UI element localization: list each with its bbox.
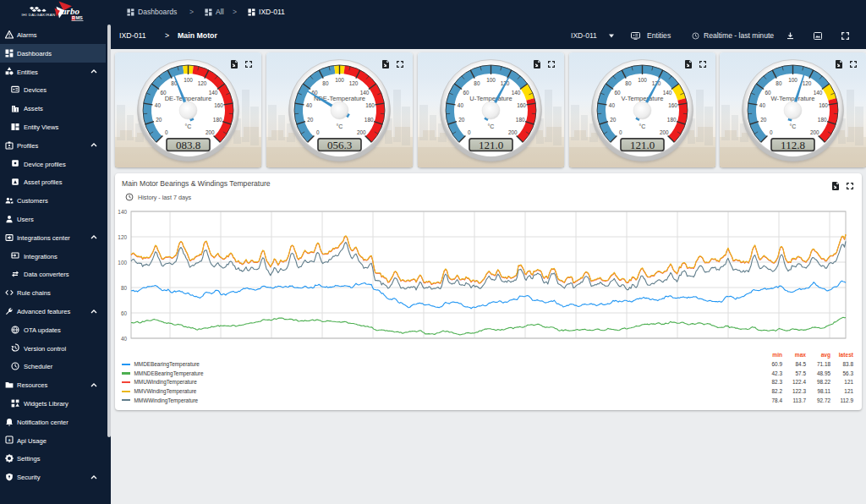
- svg-text:0: 0: [316, 129, 320, 135]
- svg-text:80: 80: [121, 285, 128, 291]
- svg-text:°C: °C: [488, 123, 495, 129]
- svg-text:160: 160: [214, 102, 223, 108]
- svg-text:160: 160: [365, 102, 375, 108]
- svg-text:083.8: 083.8: [176, 139, 200, 151]
- svg-text:60: 60: [614, 90, 621, 96]
- svg-text:180: 180: [818, 117, 827, 123]
- svg-text:121.0: 121.0: [479, 139, 503, 151]
- svg-text:200: 200: [659, 129, 668, 135]
- svg-text:U-Temperature: U-Temperature: [469, 95, 512, 102]
- svg-text:°C: °C: [185, 123, 192, 129]
- svg-text:60: 60: [463, 90, 469, 96]
- svg-text:MS: MS: [75, 15, 83, 20]
- svg-text:80: 80: [776, 80, 782, 86]
- svg-text:20: 20: [156, 117, 162, 123]
- svg-text:40: 40: [306, 102, 313, 108]
- svg-text:180: 180: [364, 117, 374, 123]
- svg-text:IHI DALGAKIRAN: IHI DALGAKIRAN: [22, 13, 56, 17]
- svg-text:160: 160: [517, 102, 526, 108]
- svg-text:0: 0: [468, 129, 471, 135]
- svg-text:120: 120: [198, 80, 207, 86]
- svg-text:80: 80: [474, 80, 480, 86]
- svg-text:100: 100: [788, 77, 797, 83]
- svg-text:200: 200: [810, 129, 819, 135]
- svg-text:121.0: 121.0: [629, 139, 654, 151]
- svg-text:0: 0: [618, 129, 622, 135]
- svg-text:40: 40: [759, 102, 766, 108]
- svg-text:120: 120: [118, 234, 127, 240]
- svg-text:200: 200: [206, 129, 215, 135]
- svg-text:100: 100: [184, 77, 193, 83]
- svg-text:80: 80: [625, 80, 632, 86]
- svg-text:DE-Temperature: DE-Temperature: [165, 95, 212, 102]
- svg-text:100: 100: [335, 77, 344, 83]
- svg-text:112.8: 112.8: [781, 139, 805, 151]
- svg-text:80: 80: [322, 80, 329, 86]
- svg-text:°C: °C: [639, 123, 645, 129]
- svg-text:a: a: [8, 438, 11, 442]
- svg-text:180: 180: [213, 117, 222, 123]
- svg-text:100: 100: [486, 77, 496, 83]
- svg-text:0: 0: [770, 129, 773, 135]
- svg-text:120: 120: [803, 80, 812, 86]
- svg-text:NDE-Temperature: NDE-Temperature: [314, 95, 365, 102]
- svg-text:140: 140: [118, 209, 127, 215]
- svg-text:180: 180: [666, 117, 676, 123]
- svg-text:W-Temperature: W-Temperature: [770, 95, 814, 102]
- svg-text:056.3: 056.3: [327, 139, 352, 151]
- svg-text:160: 160: [819, 102, 828, 108]
- svg-text:140: 140: [662, 90, 671, 96]
- svg-text:60: 60: [121, 310, 128, 316]
- svg-text:40: 40: [155, 102, 162, 108]
- svg-text:120: 120: [349, 80, 359, 86]
- svg-text:20: 20: [760, 117, 767, 123]
- svg-text:°C: °C: [790, 123, 797, 129]
- svg-text:40: 40: [458, 102, 464, 108]
- svg-text:20: 20: [307, 117, 314, 123]
- svg-text:V-Temperature: V-Temperature: [621, 95, 663, 102]
- svg-text:20: 20: [610, 117, 617, 123]
- svg-text:100: 100: [118, 260, 127, 266]
- svg-text:20: 20: [458, 117, 465, 123]
- svg-text:°C: °C: [337, 123, 343, 129]
- svg-text:40: 40: [121, 336, 128, 342]
- svg-text:200: 200: [357, 129, 366, 135]
- svg-text:180: 180: [516, 117, 525, 123]
- svg-text:140: 140: [512, 90, 521, 96]
- svg-text:100: 100: [638, 77, 647, 83]
- svg-text:40: 40: [608, 102, 615, 108]
- svg-text:160: 160: [668, 102, 677, 108]
- svg-text:0: 0: [165, 129, 168, 135]
- svg-text:200: 200: [508, 129, 518, 135]
